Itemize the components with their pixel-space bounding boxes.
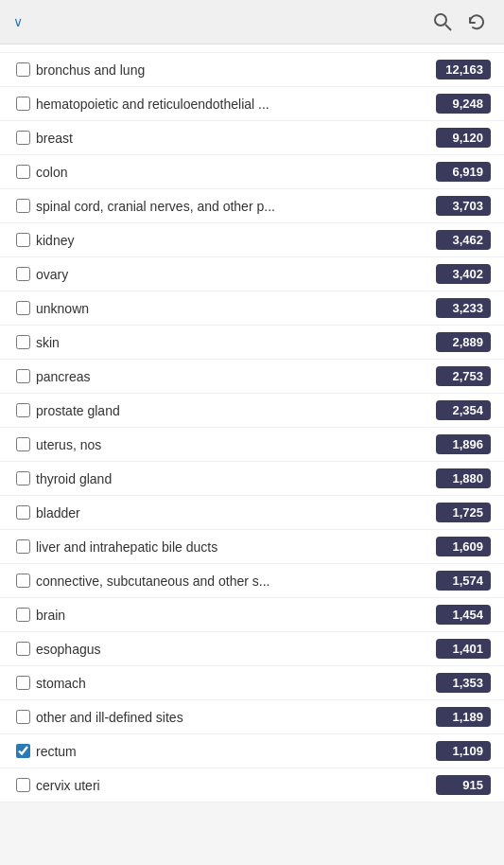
item-count: 1,189 [436,707,491,727]
item-checkbox[interactable] [16,301,30,315]
list-item: connective, subcutaneous and other s...1… [0,564,504,598]
checkbox-area [9,131,36,145]
header-icons [428,9,491,34]
item-label: kidney [36,233,436,248]
item-count: 12,163 [436,60,491,79]
checkbox-area [9,403,36,417]
item-label: stomach [36,676,436,691]
item-label: bronchus and lung [36,62,436,78]
item-checkbox[interactable] [16,710,30,724]
checkbox-area [9,233,36,247]
svg-line-1 [445,25,451,30]
list-item: rectum1,109 [0,734,504,768]
item-label: skin [36,335,436,350]
item-count: 2,354 [436,400,491,420]
list-item: other and ill-defined sites1,189 [0,700,504,734]
item-label: brain [36,608,436,623]
item-count: 9,248 [436,94,491,114]
header-left: ∨ [13,14,28,29]
item-count: 3,703 [436,196,491,216]
checkbox-area [9,778,36,792]
item-count: 3,233 [436,298,491,318]
item-count: 2,753 [436,366,491,386]
item-count: 1,353 [436,673,491,693]
item-checkbox[interactable] [16,165,30,179]
item-count: 1,896 [436,434,491,454]
item-count: 3,402 [436,264,491,284]
item-count: 1,880 [436,468,491,488]
list-item: stomach1,353 [0,666,504,700]
list-item: breast9,120 [0,121,504,155]
item-checkbox[interactable] [16,267,30,281]
chevron-down-icon: ∨ [13,14,23,29]
item-label: cervix uteri [36,778,436,793]
item-label: esophagus [36,642,436,657]
item-label: liver and intrahepatic bile ducts [36,539,436,555]
reset-icon [466,11,487,32]
item-checkbox[interactable] [16,744,30,758]
item-checkbox[interactable] [16,778,30,792]
item-label: breast [36,131,436,146]
item-checkbox[interactable] [16,335,30,349]
checkbox-area [9,369,36,383]
item-count: 1,609 [436,537,491,556]
checkbox-area [9,471,36,485]
list-item: pancreas2,753 [0,360,504,394]
list-item: prostate gland2,354 [0,394,504,428]
list-item: ovary3,402 [0,257,504,291]
item-checkbox[interactable] [16,642,30,656]
item-label: prostate gland [36,403,436,418]
item-label: spinal cord, cranial nerves, and other p… [36,199,436,214]
search-button[interactable] [428,9,457,34]
list-item: thyroid gland1,880 [0,462,504,496]
list-item: hematopoietic and reticuloendothelial ..… [0,87,504,121]
svg-point-0 [435,14,446,26]
search-icon [432,11,453,32]
item-checkbox[interactable] [16,437,30,451]
checkbox-area [9,301,36,315]
item-checkbox[interactable] [16,574,30,588]
list-item: colon6,919 [0,155,504,189]
item-checkbox[interactable] [16,403,30,417]
item-count: 9,120 [436,128,491,148]
list-item: liver and intrahepatic bile ducts1,609 [0,530,504,564]
item-label: colon [36,165,436,180]
item-count: 6,919 [436,162,491,182]
item-label: thyroid gland [36,471,436,486]
list-item: bronchus and lung12,163 [0,53,504,87]
list-item: uterus, nos1,896 [0,428,504,462]
checkbox-area [9,165,36,179]
checkbox-area [9,62,36,77]
list-item: unknown3,233 [0,291,504,326]
item-checkbox[interactable] [16,608,30,622]
item-checkbox[interactable] [16,471,30,485]
checkbox-area [9,608,36,622]
item-count: 1,454 [436,605,491,625]
checkbox-area [9,267,36,281]
checkbox-area [9,744,36,758]
item-count: 1,109 [436,741,491,761]
checkbox-area [9,539,36,554]
item-label: uterus, nos [36,437,436,452]
list-item: spinal cord, cranial nerves, and other p… [0,189,504,223]
panel-header: ∨ [0,0,504,44]
primary-site-panel: ∨ bronchus and lung12,163hematopoietic a… [0,0,504,803]
item-checkbox[interactable] [16,199,30,213]
item-checkbox[interactable] [16,233,30,247]
checkbox-area [9,574,36,588]
reset-button[interactable] [462,9,491,34]
item-checkbox[interactable] [16,505,30,520]
checkbox-area [9,335,36,349]
item-count: 1,401 [436,639,491,659]
item-checkbox[interactable] [16,539,30,554]
item-checkbox[interactable] [16,676,30,690]
item-checkbox[interactable] [16,62,30,77]
list-item: esophagus1,401 [0,632,504,666]
item-checkbox[interactable] [16,369,30,383]
item-count: 1,574 [436,571,491,591]
item-count: 3,462 [436,230,491,250]
item-checkbox[interactable] [16,97,30,111]
item-label: other and ill-defined sites [36,710,436,725]
item-label: pancreas [36,369,436,384]
item-checkbox[interactable] [16,131,30,145]
